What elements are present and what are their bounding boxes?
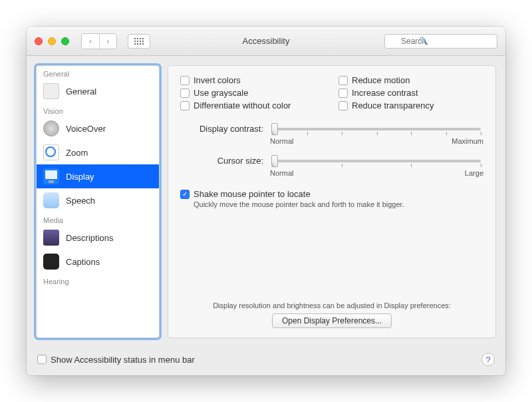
content: General General Vision VoiceOver Zoom Di… — [27, 56, 505, 347]
help-button[interactable]: ? — [481, 353, 495, 366]
sidebar[interactable]: General General Vision VoiceOver Zoom Di… — [36, 65, 160, 338]
sidebar-item-speech[interactable]: Speech — [37, 188, 159, 212]
checkbox-use-grayscale[interactable]: Use grayscale — [180, 88, 325, 98]
section-hearing-label: Hearing — [37, 274, 159, 287]
sidebar-item-general[interactable]: General — [37, 79, 159, 103]
forward-button[interactable]: › — [99, 34, 116, 49]
shake-group: ✓ Shake mouse pointer to locate Quickly … — [180, 189, 483, 208]
titlebar: ‹ › Accessibility 🔍 — [27, 27, 505, 56]
checkbox-invert-colors[interactable]: Invert colors — [180, 75, 325, 85]
general-icon — [43, 83, 59, 99]
checkbox-show-status[interactable]: Show Accessibility status in menu bar — [37, 355, 195, 365]
sidebar-item-voiceover[interactable]: VoiceOver — [37, 116, 159, 140]
checkbox-differentiate[interactable]: Differentiate without color — [180, 100, 325, 110]
slider-min-label: Normal — [270, 169, 293, 177]
slider-display-contrast: Display contrast: Normal Maximum — [180, 122, 483, 145]
checkbox-icon: ✓ — [180, 190, 190, 199]
display-icon — [43, 168, 59, 184]
slider-track[interactable] — [273, 160, 481, 162]
slider-label: Display contrast: — [180, 122, 263, 134]
checkbox-label: Shake mouse pointer to locate — [194, 189, 311, 199]
checkbox-label: Reduce transparency — [352, 100, 434, 110]
checkbox-label: Increase contrast — [352, 88, 418, 98]
grid-icon — [134, 38, 144, 45]
checkbox-label: Use grayscale — [194, 88, 248, 98]
sidebar-item-label: Speech — [66, 196, 95, 206]
checkbox-label: Differentiate without color — [194, 100, 291, 110]
slider-ticks — [273, 132, 481, 136]
accessibility-window: ‹ › Accessibility 🔍 General General Visi… — [27, 27, 505, 375]
sidebar-item-display[interactable]: Display — [37, 164, 159, 188]
footer-text: Display resolution and brightness can be… — [180, 302, 483, 309]
sidebar-item-label: Captions — [66, 257, 100, 267]
captions-icon — [43, 254, 59, 270]
maximize-icon[interactable] — [61, 37, 69, 45]
sidebar-item-label: Descriptions — [66, 233, 114, 243]
checkbox-label: Reduce motion — [352, 75, 410, 85]
bottom-bar: Show Accessibility status in menu bar ? — [27, 347, 505, 375]
sidebar-item-descriptions[interactable]: Descriptions — [37, 226, 159, 250]
sidebar-item-label: Zoom — [66, 148, 88, 158]
slider-cursor-size: Cursor size: Normal Large — [180, 154, 483, 177]
slider-body[interactable]: Normal Maximum — [270, 122, 483, 145]
back-button[interactable]: ‹ — [82, 34, 99, 49]
slider-label: Cursor size: — [180, 154, 263, 166]
slider-max-label: Large — [465, 169, 483, 177]
checkbox-grid: Invert colors Reduce motion Use grayscal… — [180, 75, 483, 110]
checkbox-icon — [180, 89, 190, 98]
checkbox-icon — [338, 89, 348, 98]
sidebar-item-label: General — [66, 87, 96, 97]
checkbox-label: Show Accessibility status in menu bar — [51, 355, 195, 365]
checkbox-icon — [180, 101, 190, 110]
window-controls — [35, 37, 69, 45]
checkbox-reduce-motion[interactable]: Reduce motion — [338, 75, 483, 85]
checkbox-icon — [338, 101, 348, 110]
minimize-icon[interactable] — [48, 37, 56, 45]
checkbox-increase-contrast[interactable]: Increase contrast — [338, 88, 483, 98]
slider-track[interactable] — [273, 128, 481, 130]
section-media-label: Media — [37, 212, 159, 226]
checkbox-icon — [338, 76, 348, 85]
checkbox-reduce-transparency[interactable]: Reduce transparency — [338, 100, 483, 110]
search-input[interactable] — [384, 34, 497, 49]
zoom-icon — [43, 144, 59, 160]
main-panel: Invert colors Reduce motion Use grayscal… — [168, 65, 496, 338]
slider-body[interactable]: Normal Large — [270, 154, 483, 177]
section-vision-label: Vision — [37, 103, 159, 116]
sidebar-item-zoom[interactable]: Zoom — [37, 140, 159, 164]
section-general-label: General — [37, 66, 159, 79]
open-display-preferences-button[interactable]: Open Display Preferences... — [272, 313, 392, 328]
slider-min-label: Normal — [270, 137, 293, 145]
descriptions-icon — [43, 230, 59, 246]
checkbox-icon — [180, 76, 190, 85]
slider-max-label: Maximum — [452, 137, 483, 145]
checkbox-icon — [37, 355, 47, 364]
slider-ticks — [273, 164, 481, 168]
close-icon[interactable] — [35, 37, 43, 45]
sidebar-item-captions[interactable]: Captions — [37, 250, 159, 274]
checkbox-shake-pointer[interactable]: ✓ Shake mouse pointer to locate — [180, 189, 483, 199]
voiceover-icon — [43, 120, 59, 136]
sidebar-item-label: VoiceOver — [66, 124, 106, 134]
search-wrap: 🔍 — [384, 34, 497, 49]
shake-hint: Quickly move the mouse pointer back and … — [194, 200, 483, 208]
checkbox-label: Invert colors — [194, 75, 241, 85]
speech-icon — [43, 192, 59, 208]
nav-buttons: ‹ › — [81, 33, 117, 49]
sidebar-item-label: Display — [66, 172, 94, 182]
show-all-button[interactable] — [128, 34, 150, 49]
